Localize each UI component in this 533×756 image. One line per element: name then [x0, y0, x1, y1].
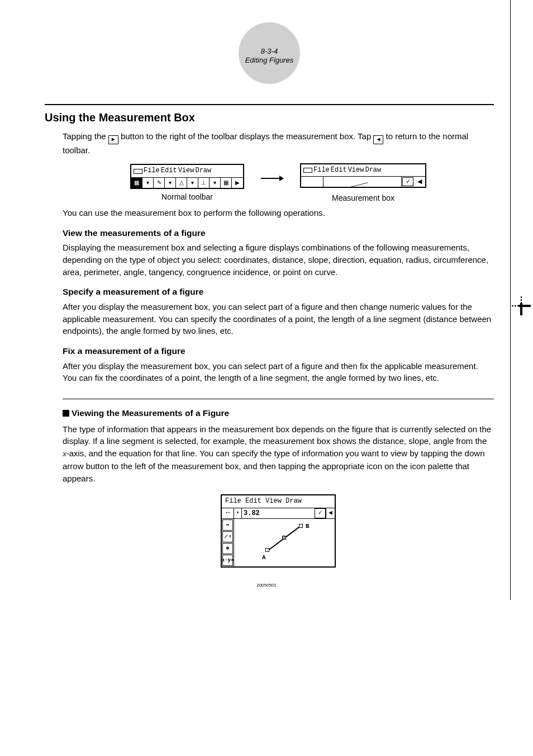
pen-tool-icon: ✎	[154, 178, 165, 188]
page-section-name: Editing Figures	[245, 56, 294, 65]
viewing-body-b: -axis, and the equation for that line. Y…	[63, 448, 484, 483]
page-right-rule	[510, 0, 511, 600]
select-tool-icon: ▦	[131, 178, 142, 188]
dd1-icon: ▾	[142, 178, 154, 188]
viewing-title: Viewing the Measurements of a Figure	[72, 408, 229, 418]
menu-draw-2: Draw	[365, 166, 381, 175]
point-mid	[282, 536, 286, 540]
intro-paragraph: Tapping the ▶ button to the right of the…	[63, 130, 494, 157]
dd4-icon: ▾	[210, 178, 221, 188]
bottom-figure: File Edit View Draw ↔ ▾ 3.82 ✓ ◀ ↔	[63, 494, 494, 567]
meas-check-icon: ✓	[402, 177, 413, 186]
menu-edit: Edit	[161, 166, 177, 176]
menu-view: View	[178, 166, 194, 176]
menu-edit-3: Edit	[245, 497, 261, 505]
geometry-canvas: A B	[234, 519, 335, 566]
grid-tool-icon: ▦	[221, 178, 232, 188]
intro-text-a: Tapping the	[63, 131, 108, 141]
meas-value-slot	[323, 177, 402, 187]
point-b	[299, 524, 303, 528]
page-ref-number: 8-3-4	[261, 47, 278, 55]
menu-view-3: View	[265, 497, 282, 505]
shape-tool-icon: △	[176, 178, 187, 188]
palette-slope-icon: ⟋↑	[222, 531, 233, 542]
viewing-xvar: x	[63, 449, 66, 458]
battery-icon	[134, 169, 142, 174]
perp-tool-icon: ⊥	[198, 178, 210, 188]
fix-meas-body: After you display the measurement box, y…	[63, 360, 494, 385]
back-arrow-icon: ◀	[326, 508, 335, 518]
scroll-left-icon: ◀	[373, 135, 383, 144]
page-header-badge: 8-3-4 Editing Figures	[45, 22, 494, 87]
registration-mark-icon	[512, 296, 531, 315]
section-title: Using the Measurement Box	[45, 110, 494, 126]
viewing-body-a: The type of information that appears in …	[63, 424, 491, 446]
point-a	[265, 548, 269, 552]
viewing-body: The type of information that appears in …	[63, 423, 494, 485]
square-bullet-icon	[63, 410, 69, 417]
normal-toolbar-caption: Normal toolbar	[130, 191, 244, 202]
normal-toolbar-box: File Edit View Draw ▦ ▾ ✎ ▾ △ ▾ ⊥	[130, 164, 244, 188]
palette-dropdown-icon: ▾	[234, 508, 242, 518]
view-meas-body: Displaying the measurement box and selec…	[63, 242, 494, 278]
meas-icon-slot	[301, 177, 323, 187]
meas-left-arrow-icon: ◀	[414, 177, 425, 187]
view-meas-title: View the measurements of a figure	[63, 227, 494, 239]
right-arrow-icon: ▶	[232, 178, 243, 188]
menu-view-2: View	[348, 166, 364, 175]
menu-edit-2: Edit	[331, 166, 347, 175]
intro-text-b: button to the right of the toolbar displ…	[121, 131, 374, 141]
dd3-icon: ▾	[187, 178, 198, 188]
meas-value: 3.82	[242, 508, 315, 518]
distance-icon: ↔	[222, 508, 234, 518]
menu-draw: Draw	[195, 166, 211, 176]
menu-draw-3: Draw	[285, 497, 302, 505]
toolbar-comparison-figure: File Edit View Draw ▦ ▾ ✎ ▾ △ ▾ ⊥	[63, 163, 494, 204]
transition-arrow-icon	[261, 178, 283, 179]
fix-meas-title: Fix a measurement of a figure	[63, 345, 494, 357]
check-icon: ✓	[315, 508, 326, 518]
page-footer-number: 20050501	[256, 582, 277, 589]
label-b: B	[306, 522, 310, 531]
specify-meas-title: Specify a measurement of a figure	[63, 286, 494, 298]
icon-palette: ↔ ⟋↑ ⊛ x·y=	[222, 519, 234, 566]
menu-file-2: File	[313, 166, 330, 175]
label-a: A	[262, 554, 266, 563]
battery-icon-2	[303, 168, 312, 173]
palette-distance-icon: ↔	[222, 519, 233, 531]
after-fig-paragraph: You can use the measurement box to perfo…	[63, 207, 494, 219]
measurement-box: File Edit View Draw ✓ ◀	[300, 163, 426, 188]
palette-angle-icon: ⊛	[222, 543, 233, 554]
dd2-icon: ▾	[165, 178, 176, 188]
menu-file-3: File	[225, 497, 241, 505]
palette-equation-icon: x·y=	[222, 555, 233, 566]
bottom-menu: File Edit View Draw	[225, 495, 302, 507]
measurement-box-caption: Measurement box	[300, 192, 426, 204]
section-rule	[45, 104, 494, 105]
viewing-title-row: Viewing the Measurements of a Figure	[63, 407, 494, 419]
menu-file: File	[144, 166, 160, 176]
sub-section-rule	[63, 399, 494, 399]
scroll-right-icon: ▶	[108, 135, 118, 144]
specify-meas-body: After you display the measurement box, y…	[63, 301, 494, 337]
